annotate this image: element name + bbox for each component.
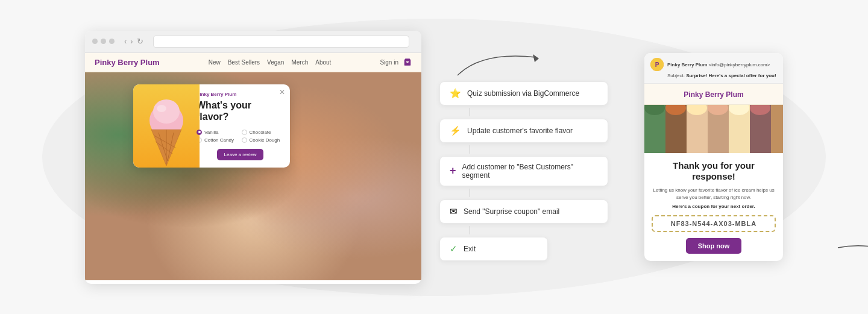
site-hero: ✕ <box>85 72 421 280</box>
email-hero-image <box>644 105 783 153</box>
quiz-popup: ✕ <box>133 84 290 168</box>
cart-icon[interactable] <box>403 58 412 66</box>
svg-point-2 <box>157 105 166 112</box>
radio-vanilla[interactable] <box>197 130 202 135</box>
quiz-option-cookie-dough[interactable]: Cookie Dough <box>242 137 285 143</box>
quiz-option-cotton-candy[interactable]: Cotton Candy <box>197 137 239 143</box>
flow-connector-2 <box>470 145 470 154</box>
nav-link-vegan[interactable]: Vegan <box>267 59 284 66</box>
flow-diagram: ⭐ Quiz submission via BigCommerce ⚡ Upda… <box>439 51 626 263</box>
email-thank-you-title: Thank you for your response! <box>652 160 776 182</box>
nav-link-bestsellers[interactable]: Best Sellers <box>228 59 260 66</box>
email-sender-name: Pinky Berry Plum <info@pinkyberryplum.co… <box>667 62 770 68</box>
main-container: ‹ › ↻ Pinky Berry Plum New Best Sellers … <box>0 0 868 314</box>
option-label-chocolate: Chocolate <box>250 130 271 135</box>
email-body-bold: Here's a coupon for your next order. <box>652 204 776 209</box>
email-body: Thank you for your response! Letting us … <box>644 153 783 261</box>
flow-step-segment: + Add customer to "Best Customers" segme… <box>439 156 608 186</box>
ice-cream-scoops-svg <box>644 105 783 153</box>
email-brand-bar: Pinky Berry Plum <box>644 84 783 105</box>
quiz-popup-close[interactable]: ✕ <box>279 88 285 96</box>
email-header: P Pinky Berry Plum <info@pinkyberryplum.… <box>644 53 783 84</box>
lightning-icon: ⚡ <box>450 125 461 136</box>
flow-step-email: ✉ Send "Surprise coupon" email <box>439 199 608 224</box>
shop-now-button[interactable]: Shop now <box>686 238 742 254</box>
site-navbar: Pinky Berry Plum New Best Sellers Vegan … <box>85 53 421 72</box>
quiz-right: Pinky Berry Plum What's your flavor? Van… <box>197 84 290 168</box>
flow-step-quiz: ⭐ Quiz submission via BigCommerce <box>439 81 608 105</box>
email-mockup: P Pinky Berry Plum <info@pinkyberryplum.… <box>644 53 783 261</box>
radio-cookie-dough[interactable] <box>242 137 247 143</box>
svg-text:P: P <box>655 61 659 68</box>
flow-step-2-text: Update customer's favorite flavor <box>467 127 573 135</box>
envelope-icon: ✉ <box>450 206 458 217</box>
flow-step-3-text: Add customer to "Best Customers" segment <box>462 163 598 180</box>
sign-in-link[interactable]: Sign in <box>380 59 398 66</box>
flow-step-update: ⚡ Update customer's favorite flavor <box>439 119 608 143</box>
quiz-brand: Pinky Berry Plum <box>197 92 284 97</box>
email-brand-name: Pinky Berry Plum <box>684 90 743 99</box>
checkmark-icon: ✓ <box>450 243 458 254</box>
email-sender-avatar: P <box>650 58 664 71</box>
site-nav-right: Sign in <box>380 58 412 66</box>
svg-rect-21 <box>771 105 783 153</box>
flow-step-1-text: Quiz submission via BigCommerce <box>467 89 579 98</box>
flow-step-5-text: Exit <box>464 245 476 253</box>
nav-link-about[interactable]: About <box>315 59 331 66</box>
browser-chrome: ‹ › ↻ <box>85 31 421 53</box>
nav-link-new[interactable]: New <box>209 59 221 66</box>
radio-chocolate[interactable] <box>242 130 247 135</box>
email-body-text: Letting us know your favorite flavor of … <box>652 187 776 201</box>
site-logo: Pinky Berry Plum <box>95 58 160 67</box>
browser-dot-green <box>109 39 115 44</box>
email-subject: Subject: Surprise! Here's a special offe… <box>650 73 777 78</box>
nav-link-merch[interactable]: Merch <box>291 59 308 66</box>
nav-refresh[interactable]: ↻ <box>137 37 143 46</box>
quiz-option-vanilla[interactable]: Vanilla <box>197 130 239 135</box>
plus-icon: + <box>450 165 456 177</box>
option-label-vanilla: Vanilla <box>204 130 218 135</box>
quiz-title: What's your flavor? <box>197 99 284 122</box>
browser-nav: ‹ › ↻ <box>124 37 143 46</box>
flow-connector-3 <box>470 189 470 197</box>
nav-forward[interactable]: › <box>130 37 133 46</box>
quiz-option-chocolate[interactable]: Chocolate <box>242 130 285 135</box>
flow-step-4-text: Send "Surprise coupon" email <box>464 207 559 216</box>
browser-dot-yellow <box>101 39 106 44</box>
flow-connector-1 <box>470 108 470 116</box>
option-label-cookie-dough: Cookie Dough <box>250 137 280 143</box>
quiz-submit-button[interactable]: Leave a review <box>217 149 264 160</box>
quiz-options: Vanilla Chocolate Cotton Candy Cook <box>197 130 284 143</box>
flow-step-exit: ✓ Exit <box>439 237 548 261</box>
flow-connector-4 <box>470 226 470 234</box>
browser-url-bar[interactable] <box>153 36 409 48</box>
browser-dots <box>92 39 115 44</box>
option-label-cotton-candy: Cotton Candy <box>204 137 234 143</box>
site-nav-links: New Best Sellers Vegan Merch About <box>209 59 332 66</box>
browser-mockup: ‹ › ↻ Pinky Berry Plum New Best Sellers … <box>85 31 421 284</box>
curved-arrow-top <box>451 45 548 81</box>
email-coupon-code: NF83-N544-AX03-MBLA <box>652 215 776 232</box>
email-sender-info: Pinky Berry Plum <info@pinkyberryplum.co… <box>667 62 770 68</box>
browser-dot-red <box>92 39 98 44</box>
star-icon: ⭐ <box>450 88 461 99</box>
svg-point-1 <box>153 99 180 124</box>
ice-cream-illustration <box>142 93 190 168</box>
nav-back[interactable]: ‹ <box>124 37 127 46</box>
curved-arrow-right <box>832 230 868 266</box>
email-sender-row: P Pinky Berry Plum <info@pinkyberryplum.… <box>650 58 777 71</box>
svg-marker-10 <box>533 54 539 62</box>
